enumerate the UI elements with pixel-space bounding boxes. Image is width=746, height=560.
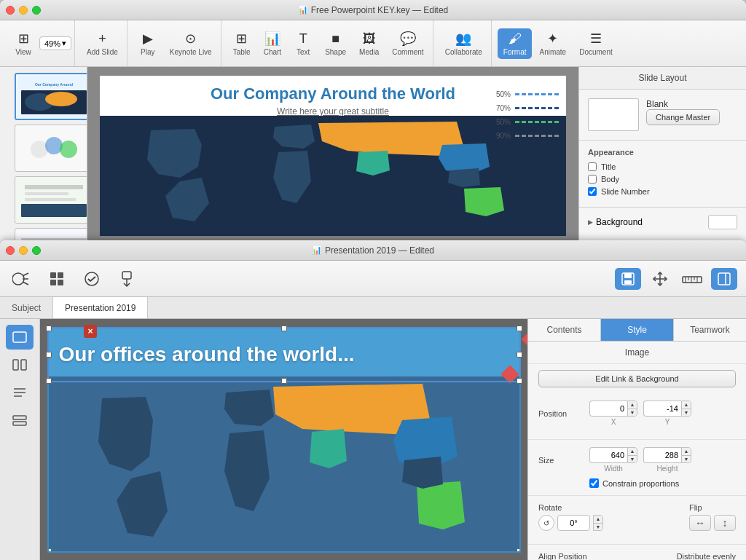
grid-icon-btn[interactable] — [44, 268, 70, 290]
handle-map-br[interactable] — [517, 548, 521, 553]
width-up[interactable]: ▲ — [628, 448, 637, 456]
pos-y-down[interactable]: ▼ — [682, 409, 691, 417]
right-panel: Slide Layout Blank Change Master Appeara… — [578, 67, 746, 245]
slide-thumb-1[interactable]: Our Company Around — [15, 73, 87, 120]
legend-line-4 — [515, 135, 559, 137]
align-position-group: Align Position ⬛ ⬛ ⬛ ⬛ ⬛ ⬛ — [538, 552, 672, 560]
title-selected-area[interactable]: Our offices around the world... — [49, 328, 519, 382]
text-button[interactable]: T Text — [288, 28, 318, 59]
ruler-icon-btn[interactable] — [679, 268, 705, 290]
document-button[interactable]: ☰ Document — [573, 28, 619, 59]
keynote-live-button[interactable]: ⊙ Keynote Live — [164, 28, 218, 59]
pos-x-up[interactable]: ▲ — [628, 401, 637, 409]
pos-y-stepper: ▲ ▼ — [681, 401, 691, 417]
close-button[interactable] — [6, 6, 15, 15]
tab-contents[interactable]: Contents — [528, 319, 601, 341]
rotate-input[interactable] — [557, 515, 590, 531]
slide-number-checkbox[interactable] — [588, 187, 597, 196]
indicator-diamond — [521, 329, 527, 350]
list-view-btn[interactable] — [6, 408, 34, 433]
slide-1-preview: Our Company Around — [17, 76, 87, 118]
text-view-btn[interactable] — [6, 380, 34, 405]
check-icon-btn[interactable] — [79, 268, 105, 290]
title-checkbox[interactable] — [588, 162, 597, 171]
legend-line-1 — [515, 93, 559, 95]
save-icon-btn[interactable] — [615, 268, 641, 290]
document-icon: ☰ — [590, 31, 602, 47]
view-button[interactable]: ⊞ View — [9, 28, 38, 59]
top-window: 📊 Free Powerpoint KEY.key — Edited ⊞ Vie… — [0, 0, 746, 245]
keynote-live-icon: ⊙ — [185, 31, 196, 47]
height-down[interactable]: ▼ — [682, 456, 691, 463]
tab-style[interactable]: Style — [601, 319, 674, 341]
canvas-area: Our Company Around the World Write here … — [87, 67, 578, 245]
slide-view-btn[interactable] — [6, 325, 34, 350]
bg-triangle-icon: ▶ — [588, 218, 593, 226]
chart-button[interactable]: 📊 Chart — [258, 28, 287, 59]
rotate-label: Rotate — [538, 503, 603, 512]
width-down[interactable]: ▼ — [628, 456, 637, 463]
background-label: Background — [596, 217, 643, 227]
table-button[interactable]: ⊞ Table — [227, 28, 256, 59]
add-slide-button[interactable]: + Add Slide — [81, 28, 124, 59]
format-button[interactable]: 🖌 Format — [498, 28, 533, 59]
height-input[interactable] — [643, 447, 681, 463]
rotate-up[interactable]: ▲ — [594, 516, 602, 524]
bottom-minimize-button[interactable] — [19, 246, 28, 255]
rotate-flip-row: Rotate ↺ ▲ ▼ Flip ↔ — [538, 503, 736, 531]
change-master-button[interactable]: Change Master — [646, 109, 720, 125]
width-container: ▲ ▼ — [589, 447, 637, 463]
legend-line-2 — [515, 107, 559, 109]
slide-thumb-3[interactable] — [15, 176, 87, 224]
tab-subject[interactable]: Subject — [0, 297, 53, 318]
title-checkbox-label: Title — [601, 162, 616, 171]
svg-rect-29 — [624, 280, 632, 284]
legend-item-4: 90% — [496, 132, 559, 140]
flip-vertical-btn[interactable]: ↕ — [714, 515, 736, 531]
tab-teamwork[interactable]: Teamwork — [674, 319, 746, 341]
background-color-swatch[interactable] — [708, 215, 737, 229]
maximize-button[interactable] — [32, 6, 41, 15]
slide-panel[interactable]: 1 Our Company Around 2 — [0, 67, 87, 245]
constrain-checkbox[interactable] — [589, 478, 599, 488]
rotate-stepper: ▲ ▼ — [593, 515, 603, 531]
rotate-down[interactable]: ▼ — [594, 524, 602, 531]
bottom-maximize-button[interactable] — [32, 246, 41, 255]
panel-icon-btn[interactable] — [711, 268, 737, 290]
background-section: ▶ Background — [579, 208, 746, 237]
title-checkbox-row: Title — [588, 162, 737, 171]
animate-button[interactable]: ✦ Animate — [533, 28, 572, 59]
zoom-control[interactable]: 49% ▾ — [39, 36, 71, 50]
width-input[interactable] — [589, 447, 627, 463]
pos-x-down[interactable]: ▼ — [628, 409, 637, 417]
comment-button[interactable]: 💬 Comment — [386, 28, 429, 59]
pos-x-input[interactable] — [589, 401, 627, 417]
bottom-close-button[interactable] — [6, 246, 15, 255]
tab-presentation[interactable]: Presentation 2019 — [53, 297, 148, 318]
pos-y-up[interactable]: ▲ — [682, 401, 691, 409]
airport-express-icon[interactable] — [9, 268, 35, 290]
collaborate-button[interactable]: 👥 Collaborate — [439, 28, 488, 59]
edit-link-button[interactable]: Edit Link & Background — [538, 370, 736, 387]
minimize-button[interactable] — [19, 6, 28, 15]
svg-point-4 — [45, 92, 77, 106]
upload-icon-btn[interactable] — [114, 268, 140, 290]
svg-rect-13 — [21, 204, 87, 217]
slide-thumb-2[interactable] — [15, 125, 87, 172]
play-button[interactable]: ▶ Play — [133, 28, 162, 59]
close-panel-btn[interactable]: × — [84, 325, 97, 338]
flip-buttons: ↔ ↕ — [689, 515, 736, 531]
pos-y-input[interactable] — [643, 401, 681, 417]
grid-icon — [49, 271, 65, 287]
body-checkbox[interactable] — [588, 175, 597, 184]
media-button[interactable]: 🖼 Media — [353, 28, 385, 59]
body-checkbox-label: Body — [601, 175, 619, 184]
shape-button[interactable]: ■ Shape — [319, 28, 352, 59]
column-view-btn[interactable] — [6, 352, 34, 377]
handle-map-bl[interactable] — [47, 548, 52, 553]
flip-horizontal-btn[interactable]: ↔ — [689, 515, 711, 531]
layout-preview: Blank Change Master — [579, 90, 746, 141]
rotate-circle-btn[interactable]: ↺ — [538, 515, 554, 531]
move-icon-btn[interactable] — [647, 268, 673, 290]
height-up[interactable]: ▲ — [682, 448, 691, 456]
